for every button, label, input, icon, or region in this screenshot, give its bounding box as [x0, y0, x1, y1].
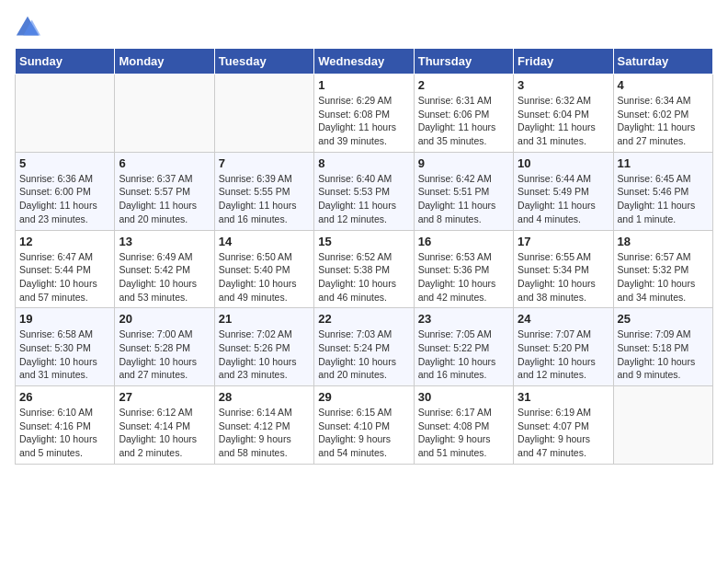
day-number: 31 — [518, 390, 609, 404]
day-number: 23 — [418, 312, 509, 326]
page-header — [15, 15, 713, 40]
day-info: Sunrise: 6:19 AM Sunset: 4:07 PM Dayligh… — [518, 406, 609, 460]
day-info: Sunrise: 6:47 AM Sunset: 5:44 PM Dayligh… — [19, 250, 110, 304]
day-number: 20 — [119, 312, 210, 326]
day-info: Sunrise: 6:52 AM Sunset: 5:38 PM Dayligh… — [318, 250, 409, 304]
calendar-cell: 20Sunrise: 7:00 AM Sunset: 5:28 PM Dayli… — [115, 308, 214, 386]
day-number: 16 — [418, 235, 509, 248]
day-number: 18 — [618, 235, 709, 248]
day-number: 14 — [219, 235, 310, 248]
calendar-cell: 29Sunrise: 6:15 AM Sunset: 4:10 PM Dayli… — [314, 386, 414, 465]
day-number: 5 — [19, 156, 110, 170]
day-info: Sunrise: 7:07 AM Sunset: 5:20 PM Dayligh… — [518, 327, 609, 382]
day-number: 10 — [518, 156, 609, 170]
calendar-cell: 1Sunrise: 6:29 AM Sunset: 6:08 PM Daylig… — [314, 75, 414, 153]
day-info: Sunrise: 6:34 AM Sunset: 6:02 PM Dayligh… — [618, 94, 709, 148]
day-info: Sunrise: 6:36 AM Sunset: 6:00 PM Dayligh… — [19, 172, 110, 226]
calendar-cell: 17Sunrise: 6:55 AM Sunset: 5:34 PM Dayli… — [514, 230, 613, 308]
calendar-cell: 11Sunrise: 6:45 AM Sunset: 5:46 PM Dayli… — [613, 152, 712, 230]
day-number: 8 — [318, 156, 409, 170]
calendar-cell: 28Sunrise: 6:14 AM Sunset: 4:12 PM Dayli… — [214, 386, 313, 465]
weekday-header: Wednesday — [314, 49, 414, 75]
day-number: 28 — [219, 390, 310, 404]
day-number: 9 — [418, 156, 509, 170]
day-number: 25 — [618, 312, 709, 326]
day-info: Sunrise: 6:29 AM Sunset: 6:08 PM Dayligh… — [318, 94, 409, 148]
calendar-cell: 21Sunrise: 7:02 AM Sunset: 5:26 PM Dayli… — [214, 308, 313, 386]
calendar: SundayMondayTuesdayWednesdayThursdayFrid… — [15, 48, 713, 465]
calendar-cell — [115, 75, 214, 153]
day-number: 24 — [518, 312, 609, 326]
day-info: Sunrise: 6:12 AM Sunset: 4:14 PM Dayligh… — [119, 406, 210, 460]
day-info: Sunrise: 6:39 AM Sunset: 5:55 PM Dayligh… — [219, 172, 310, 226]
day-info: Sunrise: 7:03 AM Sunset: 5:24 PM Dayligh… — [318, 327, 409, 382]
day-info: Sunrise: 7:09 AM Sunset: 5:18 PM Dayligh… — [618, 327, 709, 382]
day-info: Sunrise: 6:50 AM Sunset: 5:40 PM Dayligh… — [219, 250, 310, 304]
calendar-cell: 23Sunrise: 7:05 AM Sunset: 5:22 PM Dayli… — [414, 308, 513, 386]
calendar-cell: 25Sunrise: 7:09 AM Sunset: 5:18 PM Dayli… — [613, 308, 712, 386]
calendar-week-row: 19Sunrise: 6:58 AM Sunset: 5:30 PM Dayli… — [16, 308, 713, 386]
day-info: Sunrise: 6:10 AM Sunset: 4:16 PM Dayligh… — [19, 406, 110, 460]
day-info: Sunrise: 6:32 AM Sunset: 6:04 PM Dayligh… — [518, 94, 609, 148]
calendar-cell: 24Sunrise: 7:07 AM Sunset: 5:20 PM Dayli… — [514, 308, 613, 386]
day-number: 2 — [418, 78, 509, 92]
calendar-cell: 3Sunrise: 6:32 AM Sunset: 6:04 PM Daylig… — [514, 75, 613, 153]
day-info: Sunrise: 6:49 AM Sunset: 5:42 PM Dayligh… — [119, 250, 210, 304]
weekday-header: Monday — [115, 49, 214, 75]
calendar-cell: 9Sunrise: 6:42 AM Sunset: 5:51 PM Daylig… — [414, 152, 513, 230]
calendar-cell: 6Sunrise: 6:37 AM Sunset: 5:57 PM Daylig… — [115, 152, 214, 230]
day-number: 17 — [518, 235, 609, 248]
day-number: 13 — [119, 235, 210, 248]
calendar-cell: 13Sunrise: 6:49 AM Sunset: 5:42 PM Dayli… — [115, 230, 214, 308]
weekday-header-row: SundayMondayTuesdayWednesdayThursdayFrid… — [16, 49, 713, 75]
day-number: 29 — [318, 390, 409, 404]
calendar-cell: 8Sunrise: 6:40 AM Sunset: 5:53 PM Daylig… — [314, 152, 414, 230]
calendar-cell: 2Sunrise: 6:31 AM Sunset: 6:06 PM Daylig… — [414, 75, 513, 153]
day-number: 4 — [618, 78, 709, 92]
day-number: 1 — [318, 78, 409, 92]
logo — [15, 15, 44, 40]
calendar-week-row: 12Sunrise: 6:47 AM Sunset: 5:44 PM Dayli… — [16, 230, 713, 308]
weekday-header: Thursday — [414, 49, 513, 75]
calendar-cell: 30Sunrise: 6:17 AM Sunset: 4:08 PM Dayli… — [414, 386, 513, 465]
weekday-header: Friday — [514, 49, 613, 75]
calendar-week-row: 5Sunrise: 6:36 AM Sunset: 6:00 PM Daylig… — [16, 152, 713, 230]
day-number: 7 — [219, 156, 310, 170]
calendar-week-row: 1Sunrise: 6:29 AM Sunset: 6:08 PM Daylig… — [16, 75, 713, 153]
calendar-cell: 5Sunrise: 6:36 AM Sunset: 6:00 PM Daylig… — [16, 152, 115, 230]
day-number: 21 — [219, 312, 310, 326]
day-number: 12 — [19, 235, 110, 248]
calendar-cell — [214, 75, 313, 153]
day-info: Sunrise: 6:55 AM Sunset: 5:34 PM Dayligh… — [518, 250, 609, 304]
day-number: 3 — [518, 78, 609, 92]
day-number: 11 — [618, 156, 709, 170]
day-info: Sunrise: 6:15 AM Sunset: 4:10 PM Dayligh… — [318, 406, 409, 460]
day-number: 27 — [119, 390, 210, 404]
calendar-cell: 7Sunrise: 6:39 AM Sunset: 5:55 PM Daylig… — [214, 152, 313, 230]
calendar-cell: 27Sunrise: 6:12 AM Sunset: 4:14 PM Dayli… — [115, 386, 214, 465]
calendar-cell: 15Sunrise: 6:52 AM Sunset: 5:38 PM Dayli… — [314, 230, 414, 308]
calendar-cell — [16, 75, 115, 153]
calendar-cell — [613, 386, 712, 465]
day-info: Sunrise: 6:40 AM Sunset: 5:53 PM Dayligh… — [318, 172, 409, 226]
day-info: Sunrise: 6:14 AM Sunset: 4:12 PM Dayligh… — [219, 406, 310, 460]
calendar-cell: 22Sunrise: 7:03 AM Sunset: 5:24 PM Dayli… — [314, 308, 414, 386]
day-info: Sunrise: 7:02 AM Sunset: 5:26 PM Dayligh… — [219, 327, 310, 382]
calendar-cell: 26Sunrise: 6:10 AM Sunset: 4:16 PM Dayli… — [16, 386, 115, 465]
weekday-header: Saturday — [613, 49, 712, 75]
day-info: Sunrise: 6:57 AM Sunset: 5:32 PM Dayligh… — [618, 250, 709, 304]
calendar-cell: 18Sunrise: 6:57 AM Sunset: 5:32 PM Dayli… — [613, 230, 712, 308]
day-number: 19 — [19, 312, 110, 326]
calendar-cell: 12Sunrise: 6:47 AM Sunset: 5:44 PM Dayli… — [16, 230, 115, 308]
day-info: Sunrise: 6:45 AM Sunset: 5:46 PM Dayligh… — [618, 172, 709, 226]
calendar-cell: 4Sunrise: 6:34 AM Sunset: 6:02 PM Daylig… — [613, 75, 712, 153]
day-number: 30 — [418, 390, 509, 404]
calendar-cell: 16Sunrise: 6:53 AM Sunset: 5:36 PM Dayli… — [414, 230, 513, 308]
day-number: 15 — [318, 235, 409, 248]
day-number: 26 — [19, 390, 110, 404]
calendar-week-row: 26Sunrise: 6:10 AM Sunset: 4:16 PM Dayli… — [16, 386, 713, 465]
calendar-cell: 31Sunrise: 6:19 AM Sunset: 4:07 PM Dayli… — [514, 386, 613, 465]
day-info: Sunrise: 7:05 AM Sunset: 5:22 PM Dayligh… — [418, 327, 509, 382]
day-info: Sunrise: 6:58 AM Sunset: 5:30 PM Dayligh… — [19, 327, 110, 382]
day-info: Sunrise: 7:00 AM Sunset: 5:28 PM Dayligh… — [119, 327, 210, 382]
